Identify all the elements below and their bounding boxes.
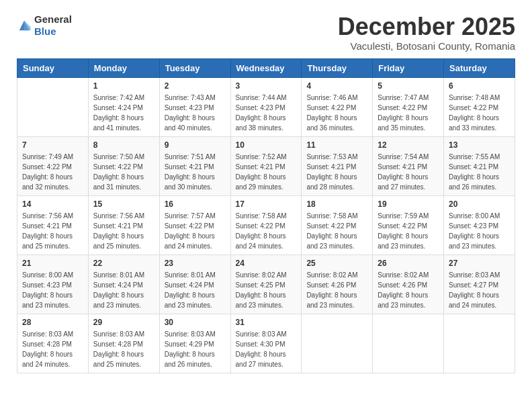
day-info: Sunrise: 8:00 AMSunset: 4:23 PMDaylight:… — [22, 270, 83, 310]
calendar-cell: 26Sunrise: 8:02 AMSunset: 4:26 PMDayligh… — [373, 255, 444, 314]
day-info: Sunrise: 7:47 AMSunset: 4:22 PMDaylight:… — [378, 93, 439, 133]
day-info: Sunrise: 8:01 AMSunset: 4:24 PMDaylight:… — [165, 270, 226, 310]
day-info: Sunrise: 7:42 AMSunset: 4:24 PMDaylight:… — [93, 93, 154, 133]
calendar-cell: 29Sunrise: 8:03 AMSunset: 4:28 PMDayligh… — [88, 314, 159, 373]
calendar-cell: 16Sunrise: 7:57 AMSunset: 4:22 PMDayligh… — [159, 195, 230, 255]
col-header-thursday: Thursday — [302, 58, 373, 77]
calendar-cell — [302, 314, 373, 373]
calendar-cell: 11Sunrise: 7:53 AMSunset: 4:21 PMDayligh… — [302, 136, 373, 195]
day-info: Sunrise: 7:46 AMSunset: 4:22 PMDaylight:… — [306, 93, 367, 133]
calendar-cell: 31Sunrise: 8:03 AMSunset: 4:30 PMDayligh… — [230, 314, 302, 373]
calendar-cell: 8Sunrise: 7:50 AMSunset: 4:22 PMDaylight… — [88, 136, 159, 195]
calendar-table: SundayMondayTuesdayWednesdayThursdayFrid… — [17, 58, 515, 373]
day-number: 22 — [93, 259, 154, 268]
day-info: Sunrise: 7:51 AMSunset: 4:21 PMDaylight:… — [165, 152, 226, 192]
calendar-cell: 20Sunrise: 8:00 AMSunset: 4:23 PMDayligh… — [444, 195, 515, 255]
day-info: Sunrise: 7:59 AMSunset: 4:22 PMDaylight:… — [378, 211, 439, 251]
week-row-0: 1Sunrise: 7:42 AMSunset: 4:24 PMDaylight… — [17, 77, 515, 136]
day-info: Sunrise: 7:55 AMSunset: 4:21 PMDaylight:… — [449, 152, 510, 192]
logo-icon — [17, 18, 32, 33]
day-number: 28 — [22, 318, 83, 327]
calendar-cell: 27Sunrise: 8:03 AMSunset: 4:27 PMDayligh… — [444, 255, 515, 314]
day-number: 1 — [93, 81, 154, 91]
day-number: 5 — [378, 81, 439, 91]
calendar-cell: 2Sunrise: 7:43 AMSunset: 4:23 PMDaylight… — [159, 77, 230, 136]
calendar-cell: 1Sunrise: 7:42 AMSunset: 4:24 PMDaylight… — [88, 77, 159, 136]
calendar-cell: 23Sunrise: 8:01 AMSunset: 4:24 PMDayligh… — [159, 255, 230, 314]
day-number: 8 — [93, 140, 154, 150]
day-info: Sunrise: 8:03 AMSunset: 4:30 PMDaylight:… — [236, 329, 297, 369]
day-number: 25 — [306, 259, 367, 268]
day-number: 31 — [236, 318, 297, 327]
calendar-cell: 4Sunrise: 7:46 AMSunset: 4:22 PMDaylight… — [302, 77, 373, 136]
day-number: 30 — [165, 318, 226, 327]
calendar-cell: 6Sunrise: 7:48 AMSunset: 4:22 PMDaylight… — [444, 77, 515, 136]
day-number: 11 — [306, 140, 367, 150]
day-number: 7 — [22, 140, 83, 150]
calendar-header-row: SundayMondayTuesdayWednesdayThursdayFrid… — [17, 58, 515, 77]
day-number: 17 — [236, 199, 297, 209]
day-info: Sunrise: 8:03 AMSunset: 4:27 PMDaylight:… — [449, 270, 510, 310]
logo-text-general: General — [34, 13, 72, 25]
calendar-cell: 3Sunrise: 7:44 AMSunset: 4:23 PMDaylight… — [230, 77, 302, 136]
day-number: 15 — [93, 199, 154, 209]
day-info: Sunrise: 8:02 AMSunset: 4:26 PMDaylight:… — [378, 270, 439, 310]
day-info: Sunrise: 7:58 AMSunset: 4:22 PMDaylight:… — [236, 211, 297, 251]
day-number: 6 — [449, 81, 510, 91]
calendar-cell: 19Sunrise: 7:59 AMSunset: 4:22 PMDayligh… — [373, 195, 444, 255]
day-info: Sunrise: 8:03 AMSunset: 4:28 PMDaylight:… — [22, 329, 83, 369]
week-row-1: 7Sunrise: 7:49 AMSunset: 4:22 PMDaylight… — [17, 136, 515, 195]
day-info: Sunrise: 8:00 AMSunset: 4:23 PMDaylight:… — [449, 211, 510, 251]
day-number: 20 — [449, 199, 510, 209]
calendar-cell: 12Sunrise: 7:54 AMSunset: 4:21 PMDayligh… — [373, 136, 444, 195]
calendar-cell: 9Sunrise: 7:51 AMSunset: 4:21 PMDaylight… — [159, 136, 230, 195]
calendar-cell: 13Sunrise: 7:55 AMSunset: 4:21 PMDayligh… — [444, 136, 515, 195]
logo: General Blue — [17, 13, 72, 38]
calendar-cell: 10Sunrise: 7:52 AMSunset: 4:21 PMDayligh… — [230, 136, 302, 195]
col-header-tuesday: Tuesday — [159, 58, 230, 77]
day-info: Sunrise: 7:48 AMSunset: 4:22 PMDaylight:… — [449, 93, 510, 133]
day-info: Sunrise: 7:43 AMSunset: 4:23 PMDaylight:… — [165, 93, 226, 133]
col-header-wednesday: Wednesday — [230, 58, 302, 77]
col-header-friday: Friday — [373, 58, 444, 77]
day-number: 2 — [165, 81, 226, 91]
calendar-cell: 18Sunrise: 7:58 AMSunset: 4:22 PMDayligh… — [302, 195, 373, 255]
day-info: Sunrise: 7:53 AMSunset: 4:21 PMDaylight:… — [306, 152, 367, 192]
week-row-3: 21Sunrise: 8:00 AMSunset: 4:23 PMDayligh… — [17, 255, 515, 314]
week-row-4: 28Sunrise: 8:03 AMSunset: 4:28 PMDayligh… — [17, 314, 515, 373]
day-info: Sunrise: 8:01 AMSunset: 4:24 PMDaylight:… — [93, 270, 154, 310]
day-info: Sunrise: 8:02 AMSunset: 4:26 PMDaylight:… — [306, 270, 367, 310]
calendar-cell: 30Sunrise: 8:03 AMSunset: 4:29 PMDayligh… — [159, 314, 230, 373]
day-info: Sunrise: 7:44 AMSunset: 4:23 PMDaylight:… — [236, 93, 297, 133]
logo-text-blue: Blue — [34, 26, 56, 37]
day-info: Sunrise: 8:02 AMSunset: 4:25 PMDaylight:… — [236, 270, 297, 310]
day-number: 9 — [165, 140, 226, 150]
calendar-cell — [17, 77, 89, 136]
day-info: Sunrise: 8:03 AMSunset: 4:29 PMDaylight:… — [165, 329, 226, 369]
day-info: Sunrise: 7:54 AMSunset: 4:21 PMDaylight:… — [378, 152, 439, 192]
header: General Blue December 2025 Vaculesti, Bo… — [17, 13, 515, 52]
day-number: 29 — [93, 318, 154, 327]
calendar-cell: 17Sunrise: 7:58 AMSunset: 4:22 PMDayligh… — [230, 195, 302, 255]
day-number: 21 — [22, 259, 83, 268]
day-number: 10 — [236, 140, 297, 150]
calendar-cell: 24Sunrise: 8:02 AMSunset: 4:25 PMDayligh… — [230, 255, 302, 314]
calendar-cell — [444, 314, 515, 373]
calendar-cell: 28Sunrise: 8:03 AMSunset: 4:28 PMDayligh… — [17, 314, 89, 373]
calendar-cell: 7Sunrise: 7:49 AMSunset: 4:22 PMDaylight… — [17, 136, 89, 195]
day-info: Sunrise: 7:56 AMSunset: 4:21 PMDaylight:… — [22, 211, 83, 251]
week-row-2: 14Sunrise: 7:56 AMSunset: 4:21 PMDayligh… — [17, 195, 515, 255]
day-info: Sunrise: 7:58 AMSunset: 4:22 PMDaylight:… — [306, 211, 367, 251]
day-info: Sunrise: 7:49 AMSunset: 4:22 PMDaylight:… — [22, 152, 83, 192]
day-number: 18 — [306, 199, 367, 209]
calendar-cell: 14Sunrise: 7:56 AMSunset: 4:21 PMDayligh… — [17, 195, 89, 255]
day-number: 16 — [165, 199, 226, 209]
day-number: 19 — [378, 199, 439, 209]
day-info: Sunrise: 7:57 AMSunset: 4:22 PMDaylight:… — [165, 211, 226, 251]
day-info: Sunrise: 8:03 AMSunset: 4:28 PMDaylight:… — [93, 329, 154, 369]
calendar-cell: 5Sunrise: 7:47 AMSunset: 4:22 PMDaylight… — [373, 77, 444, 136]
calendar-cell — [373, 314, 444, 373]
day-number: 27 — [449, 259, 510, 268]
month-title: December 2025 — [338, 13, 515, 40]
day-number: 14 — [22, 199, 83, 209]
